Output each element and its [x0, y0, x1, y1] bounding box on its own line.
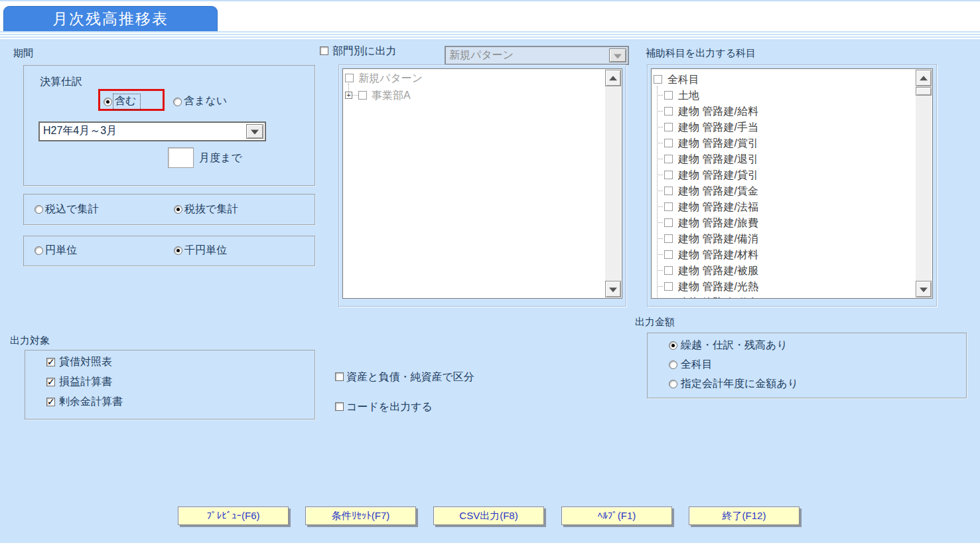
scroll-down-button[interactable] [916, 281, 932, 297]
preview-button[interactable]: ﾌﾟﾚﾋﾞｭｰ(F6) [178, 507, 289, 525]
list-item[interactable]: 建物 管路建/法福 [652, 199, 915, 215]
division-node-checkbox[interactable] [358, 91, 367, 100]
list-item[interactable]: 建物 管路建/退引 [652, 151, 915, 167]
department-output-label[interactable]: 部門別に出力 [332, 44, 396, 58]
account-checkbox[interactable] [654, 75, 662, 84]
tree-row[interactable]: + 事業部A [343, 88, 604, 104]
asset-liability-split-checkbox[interactable] [335, 372, 344, 381]
csv-export-button[interactable]: CSV出力(F8) [433, 507, 544, 525]
tax-included-radio[interactable] [35, 205, 43, 214]
tree-row[interactable]: 新規パターン [343, 70, 604, 86]
list-item[interactable]: 建物 管路建/給料 [652, 104, 915, 119]
page-title: 月次残高推移表 [3, 6, 218, 31]
surplus-statement-label[interactable]: 剰余金計算書 [59, 395, 123, 409]
account-checkbox[interactable] [664, 250, 673, 259]
department-output-checkbox[interactable] [320, 46, 328, 55]
department-tree-list: 新規パターン + 事業部A [342, 68, 622, 299]
account-label[interactable]: 建物 管路建/被服 [678, 264, 758, 278]
specified-fiscal-year-radio[interactable] [669, 380, 677, 388]
account-checkbox[interactable] [664, 202, 673, 211]
account-label[interactable]: 全科目 [667, 73, 699, 87]
scroll-up-button[interactable] [916, 70, 932, 86]
account-label[interactable]: 建物 管路建/旅費 [678, 216, 758, 230]
account-label[interactable]: 建物 管路建/貸引 [678, 169, 758, 183]
unit-yen-radio[interactable] [35, 246, 43, 255]
account-checkbox[interactable] [664, 266, 673, 275]
list-item[interactable]: 建物 管路建/旅費 [652, 215, 915, 231]
scroll-down-button[interactable] [605, 281, 621, 297]
unit-thousand-yen-label[interactable]: 千円単位 [184, 244, 227, 258]
account-label[interactable]: 土地 [678, 89, 699, 103]
all-accounts-label[interactable]: 全科目 [681, 358, 713, 372]
list-item[interactable]: 建物 管路建/賃金 [652, 183, 915, 199]
balance-sheet-label[interactable]: 貸借対照表 [59, 355, 112, 369]
carryover-journal-balance-radio[interactable] [669, 341, 677, 350]
account-label[interactable]: 建物 管路建/光熱 [678, 280, 758, 294]
income-statement-label[interactable]: 損益計算書 [59, 375, 112, 389]
unit-yen-label[interactable]: 円単位 [45, 244, 77, 258]
account-checkbox[interactable] [664, 171, 673, 179]
tax-excluded-radio[interactable] [174, 205, 182, 214]
account-label[interactable]: 建物 管路建/備消 [678, 232, 758, 246]
account-label[interactable]: 建物 管路建/手当 [678, 121, 758, 135]
output-code-label[interactable]: コードを出力する [346, 400, 433, 414]
reset-conditions-button[interactable]: 条件ﾘｾｯﾄ(F7) [305, 507, 416, 525]
account-label[interactable]: 建物 管路建/法福 [678, 200, 758, 214]
account-label[interactable]: 建物 管路建/材料 [678, 248, 758, 262]
month-until-input[interactable] [168, 147, 194, 168]
account-label[interactable]: 建物 管路建/動力 [678, 296, 758, 299]
tree-node-label[interactable]: 新規パターン [358, 72, 423, 86]
account-label[interactable]: 建物 管路建/賃金 [678, 185, 758, 198]
department-tree-scrollbar[interactable] [605, 70, 621, 297]
income-statement-checkbox[interactable] [46, 378, 55, 386]
account-checkbox[interactable] [664, 139, 673, 147]
tax-excluded-label[interactable]: 税抜で集計 [184, 202, 238, 216]
list-item[interactable]: 建物 管路建/光熱 [652, 279, 915, 295]
settlement-include-label[interactable]: 含む [113, 94, 140, 110]
account-label[interactable]: 建物 管路建/退引 [678, 153, 758, 167]
list-item[interactable]: 建物 管路建/材料 [652, 247, 915, 263]
tax-included-label[interactable]: 税込で集計 [45, 202, 98, 216]
account-checkbox[interactable] [664, 155, 673, 163]
list-item[interactable]: 全科目 [652, 72, 915, 88]
scrollbar-thumb[interactable] [916, 87, 932, 96]
list-item[interactable]: 土地 [652, 88, 915, 104]
output-code-checkbox[interactable] [335, 402, 344, 411]
account-label[interactable]: 建物 管路建/給料 [678, 105, 758, 119]
account-checkbox[interactable] [664, 298, 673, 299]
list-item[interactable]: 建物 管路建/被服 [652, 263, 915, 279]
list-item[interactable]: 建物 管路建/賞引 [652, 135, 915, 151]
period-range-dropdown[interactable]: H27年4月～3月 [38, 121, 266, 141]
tree-node-label[interactable]: 事業部A [372, 89, 411, 103]
exit-button[interactable]: 終了(F12) [689, 507, 800, 525]
account-checkbox[interactable] [664, 107, 673, 116]
account-checkbox[interactable] [664, 123, 673, 131]
list-item[interactable]: 建物 管路建/備消 [652, 231, 915, 247]
unit-thousand-yen-radio[interactable] [174, 246, 182, 255]
pattern-node-checkbox[interactable] [345, 74, 354, 82]
account-label[interactable]: 建物 管路建/賞引 [678, 137, 758, 151]
account-checkbox[interactable] [664, 187, 673, 195]
account-checkbox[interactable] [664, 282, 673, 291]
specified-fiscal-year-label[interactable]: 指定会計年度に金額あり [681, 377, 798, 391]
expand-plus-icon[interactable]: + [345, 92, 352, 99]
asset-liability-split-label[interactable]: 資産と負債・純資産で区分 [346, 370, 474, 384]
all-accounts-radio[interactable] [669, 360, 677, 369]
help-button[interactable]: ﾍﾙﾌﾟ(F1) [561, 507, 672, 525]
surplus-statement-checkbox[interactable] [46, 398, 55, 406]
account-checkbox[interactable] [664, 234, 673, 243]
carryover-journal-balance-label[interactable]: 繰越・仕訳・残高あり [681, 339, 788, 352]
balance-sheet-checkbox[interactable] [46, 358, 55, 366]
settlement-exclude-label[interactable]: 含まない [184, 94, 227, 108]
sub-account-scrollbar[interactable] [916, 70, 932, 297]
list-item[interactable]: 建物 管路建/貸引 [652, 167, 915, 183]
account-checkbox[interactable] [664, 218, 673, 227]
list-item[interactable]: 建物 管路建/動力 [652, 295, 915, 299]
scroll-up-button[interactable] [605, 70, 621, 86]
account-checkbox[interactable] [664, 91, 673, 100]
arrow-down-icon [609, 287, 617, 292]
settlement-include-radio[interactable] [104, 98, 112, 106]
settlement-exclude-radio[interactable] [173, 98, 182, 106]
period-range-dropdown-button[interactable] [246, 124, 263, 139]
list-item[interactable]: 建物 管路建/手当 [652, 119, 915, 135]
